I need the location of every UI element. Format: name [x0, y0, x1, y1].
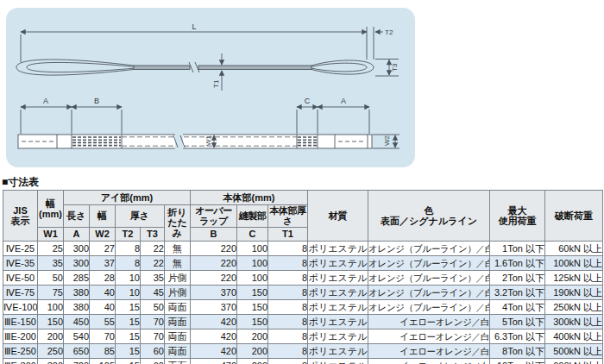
header-breaking-load: 破断荷重 — [545, 191, 603, 242]
sling-diagram: L T2 T3 T1 A B C A W1 W2 — [6, 8, 415, 167]
drawing-panel: L T2 T3 T1 A B C A W1 W2 — [6, 8, 415, 167]
table-row: ⅢE-3003007201051560両面4702008ポリエステルイエローオレ… — [3, 358, 603, 364]
table-cell: 4Ton 以下 — [490, 299, 545, 314]
dim-label-W2: W2 — [383, 135, 391, 146]
header-eye-length: 長さ — [64, 205, 90, 228]
right-eye-loop — [311, 60, 374, 74]
table-cell: 250 — [38, 343, 64, 358]
dim-B — [72, 107, 122, 134]
table-cell: オレンジ（ブルーライン）／白 — [368, 285, 490, 299]
header-jis: JIS 表示 — [3, 191, 38, 242]
table-cell: 600kN 以上 — [545, 358, 603, 364]
header-sym-t3: T3 — [141, 227, 165, 241]
belt-band — [134, 66, 311, 70]
table-cell: 200 — [237, 343, 268, 358]
table-cell: 50 — [141, 299, 165, 314]
table-cell: 125kN 以上 — [545, 270, 603, 285]
dim-L — [21, 27, 374, 62]
table-cell: 220 — [191, 270, 237, 285]
header-eye-width: 幅 — [90, 205, 116, 228]
table-cell: 15 — [116, 329, 141, 343]
table-cell: 27 — [90, 241, 116, 255]
table-cell: 1Ton 以下 — [490, 241, 545, 255]
table-cell: 85 — [90, 343, 116, 358]
dim-label-T3: T3 — [391, 63, 399, 72]
table-cell: 200 — [237, 358, 268, 364]
table-cell: 370 — [191, 299, 237, 314]
table-cell: ポリエステル — [308, 270, 368, 285]
spec-table-body: ⅣE-252530027822無2201008ポリエステルオレンジ（ブルーライン… — [3, 241, 603, 364]
header-material: 材質 — [308, 191, 368, 242]
table-cell: イエローオレンジ／白 — [368, 358, 490, 364]
table-cell: ⅢE-200 — [3, 329, 38, 343]
table-cell: 8 — [116, 241, 141, 255]
table-cell: ポリエステル — [308, 255, 368, 270]
table-cell: 45 — [141, 285, 165, 299]
table-cell: 540 — [64, 329, 90, 343]
table-cell: 6.3Ton 以下 — [490, 329, 545, 343]
table-cell: 10 — [116, 270, 141, 285]
table-cell: 8 — [268, 285, 308, 299]
table-cell: 220 — [191, 241, 237, 255]
table-cell: 15 — [116, 314, 141, 329]
belt-plan — [18, 135, 372, 148]
table-cell: 150 — [38, 314, 64, 329]
table-cell: 10Ton 以下 — [490, 358, 545, 364]
table-cell: 300kN 以上 — [545, 314, 603, 329]
table-cell: ポリエステル — [308, 314, 368, 329]
table-cell: 1.6Ton 以下 — [490, 255, 545, 270]
table-cell: 380 — [64, 299, 90, 314]
table-cell: 500kN 以上 — [545, 343, 603, 358]
table-cell: 両面 — [165, 299, 191, 314]
table-cell: 200 — [237, 329, 268, 343]
table-cell: 105 — [90, 358, 116, 364]
table-cell: 8 — [268, 255, 308, 270]
table-cell: 300 — [38, 358, 64, 364]
dim-label-A-left: A — [43, 97, 48, 105]
table-cell: オレンジ（ブルーライン）／白 — [368, 241, 490, 255]
table-cell: ポリエステル — [308, 358, 368, 364]
table-cell: 150 — [237, 299, 268, 314]
header-eye-group: アイ部(mm) — [64, 191, 191, 205]
table-cell: 35 — [38, 255, 64, 270]
table-row: ⅢE-150150450551570両面4201508ポリエステルイエローオレン… — [3, 314, 603, 329]
table-cell: 無 — [165, 241, 191, 255]
header-body-group: 本体部(mm) — [191, 191, 308, 205]
table-cell: 片側 — [165, 285, 191, 299]
table-cell: ⅣE-35 — [3, 255, 38, 270]
table-cell: 8 — [116, 255, 141, 270]
table-cell: ポリエステル — [308, 285, 368, 299]
table-cell: 両面 — [165, 329, 191, 343]
table-cell: 300 — [64, 241, 90, 255]
table-cell: 8 — [268, 270, 308, 285]
dim-A-right — [318, 107, 369, 134]
table-row: ⅣE-353530037822無2201008ポリエステルオレンジ（ブルーライン… — [3, 255, 603, 270]
table-cell: 15 — [116, 358, 141, 364]
dim-label-A-right: A — [341, 97, 346, 105]
table-cell: 8 — [268, 343, 308, 358]
header-sym-t1: T1 — [268, 227, 308, 241]
table-cell: イエローオレンジ／白 — [368, 314, 490, 329]
table-cell: 250kN 以上 — [545, 299, 603, 314]
table-cell: オレンジ（ブルーライン）／白 — [368, 270, 490, 285]
header-sym-t2: T2 — [116, 227, 141, 241]
table-cell: ⅣE-100 — [3, 299, 38, 314]
table-cell: ⅣE-25 — [3, 241, 38, 255]
table-cell: 8 — [268, 358, 308, 364]
table-cell: 420 — [191, 329, 237, 343]
table-cell: 22 — [141, 255, 165, 270]
table-row: ⅢE-250250650851560両面4202008ポリエステルイエローオレン… — [3, 343, 603, 358]
table-cell: ⅣE-75 — [3, 285, 38, 299]
table-cell: 100 — [237, 270, 268, 285]
section-title: ■寸法表 — [2, 175, 39, 190]
table-cell: ⅢE-300 — [3, 358, 38, 364]
table-cell: 100 — [38, 299, 64, 314]
table-cell: 15 — [116, 299, 141, 314]
table-cell: 35 — [141, 270, 165, 285]
table-cell: 両面 — [165, 358, 191, 364]
dim-label-L: L — [192, 22, 196, 31]
dim-A-left — [21, 107, 72, 134]
table-row: ⅣE-252530027822無2201008ポリエステルオレンジ（ブルーライン… — [3, 241, 603, 255]
table-cell: ポリエステル — [308, 241, 368, 255]
break-symbol — [189, 62, 199, 72]
